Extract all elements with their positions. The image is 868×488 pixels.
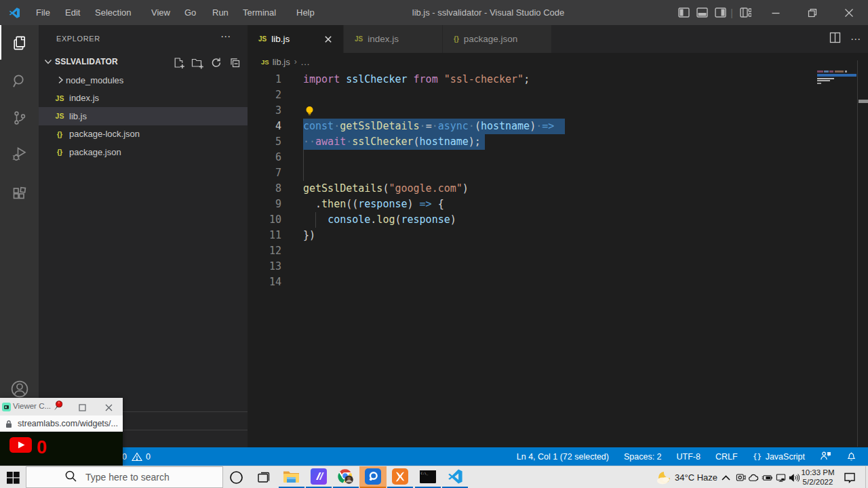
file-explorer-icon [283,469,300,486]
close-tab-icon[interactable] [321,33,335,46]
tab-label: index.js [368,34,399,44]
show-desktop-strip[interactable] [865,466,866,488]
chevron-down-icon [43,57,53,69]
task-view-button[interactable] [251,466,278,488]
toggle-primary-sidebar-icon[interactable] [674,0,693,25]
explorer-more-actions-icon[interactable]: ⋯ [220,30,231,43]
tab-lib.js[interactable]: JSlib.js [248,25,344,53]
activity-extensions-icon[interactable] [0,178,39,211]
code-token: from [414,73,438,85]
overlay-addressbar[interactable]: streamlabs.com/widgets/... [0,415,123,432]
menu-edit[interactable]: Edit [65,0,80,25]
file-index.js[interactable]: JSindex.js [39,89,248,108]
status-feedback[interactable] [812,451,839,463]
weather-text[interactable]: 34°C Haze [675,466,717,488]
meet-now-icon[interactable] [734,466,747,488]
editor-more-actions-icon[interactable]: ⋯ [850,33,861,45]
collapse-folders-icon[interactable] [229,57,240,68]
activity-search-icon[interactable] [0,64,39,98]
chevron-right-icon [55,75,66,85]
action-center-icon[interactable] [842,466,857,488]
code-token: · [536,120,542,132]
taskbar-chrome[interactable] [332,466,359,488]
breadcrumb-file[interactable]: lib.js [273,57,290,67]
window-title: lib.js - sslvalidator - Visual Studio Co… [298,0,678,25]
file-label: package-lock.json [69,129,140,139]
minimap-segment [824,70,829,73]
network-icon[interactable] [774,466,787,488]
breadcrumb-more[interactable]: ... [301,57,311,67]
overlay-close-icon[interactable] [105,402,113,414]
menu-view[interactable]: View [151,0,170,25]
taskbar-xampp[interactable] [387,466,414,488]
line-number: 5 [248,134,281,150]
taskbar-vscode[interactable] [441,466,469,488]
activity-source-control-icon[interactable] [0,101,39,135]
taskbar-file-explorer[interactable] [278,466,305,488]
new-file-icon[interactable] [173,57,184,68]
search-icon [64,470,77,485]
viewer-count-window[interactable]: Viewer C... streamlabs.com/widgets/... 0 [0,398,123,466]
taskbar-search[interactable]: Type here to search [26,466,223,488]
status-crlf[interactable]: CRLF [708,452,745,462]
toggle-secondary-sidebar-icon[interactable] [711,0,730,25]
tray-chevron-up-icon[interactable] [720,466,732,488]
line-number: 9 [248,197,281,212]
tab-index.js[interactable]: JSindex.js [344,25,443,53]
minimize-button[interactable] [762,0,789,25]
minimap-line [817,74,856,77]
menu-file[interactable]: File [36,0,50,25]
lightbulb-icon[interactable] [304,105,315,119]
taskbar-streamlabs[interactable] [359,466,387,488]
pushpin-icon[interactable] [50,399,65,415]
file-package.json[interactable]: {}package.json [39,143,248,161]
refresh-explorer-icon[interactable] [211,57,222,68]
new-folder-icon[interactable] [191,57,202,68]
taskbar-command-prompt[interactable]: C:\_ [414,466,441,488]
code-token [414,198,420,210]
taskbar-movavi[interactable] [305,466,332,488]
status-ln-4-col-1-72-selected[interactable]: Ln 4, Col 1 (72 selected) [509,452,616,462]
cortana-button[interactable] [222,466,250,488]
file-node_modules[interactable]: node_modules [39,71,248,89]
battery-icon[interactable] [760,466,774,488]
code-token: ) [462,182,469,195]
overlay-url[interactable]: streamlabs.com/widgets/... [18,419,118,428]
code-token: ( [395,214,401,226]
js-file-icon: JS [355,35,363,43]
activity-run-and-debug-icon[interactable] [0,137,39,171]
close-button[interactable] [835,0,863,25]
breadcrumb[interactable]: JS lib.js › ... [261,53,310,70]
file-lib.js[interactable]: JSlib.js [39,107,248,125]
code-token: getSslDetails [340,120,419,132]
toggle-panel-icon[interactable] [692,0,711,25]
feedback-icon [820,451,831,463]
status-javascript[interactable]: {}JavaScript [745,451,812,462]
code-token: }) [303,229,315,241]
menu-selection[interactable]: Selection [95,0,131,25]
onedrive-icon[interactable] [747,466,760,488]
tab-package.json[interactable]: {}package.json [443,25,552,53]
start-button[interactable] [0,466,26,488]
menu-terminal[interactable]: Terminal [243,0,276,25]
status-spaces-2[interactable]: Spaces: 2 [616,452,669,462]
code-token: ); [469,136,481,148]
folder-section-header[interactable]: SSLVALIDATOR [39,54,248,70]
status-utf-8[interactable]: UTF-8 [669,452,708,462]
menu-run[interactable]: Run [212,0,229,25]
file-label: package.json [69,147,121,157]
weather-icon[interactable] [655,466,674,488]
overlay-maximize-icon[interactable] [79,402,86,414]
overlay-window-title: Viewer C... [13,402,51,410]
file-package-lock.json[interactable]: {}package-lock.json [39,125,248,144]
customize-layout-icon[interactable] [736,0,755,25]
volume-icon[interactable] [787,466,801,488]
overlay-titlebar[interactable]: Viewer C... [0,398,123,415]
tray-clock[interactable]: 10:33 PM 5/2/2022 [800,466,835,488]
line-number: 8 [248,181,281,197]
menu-go[interactable]: Go [184,0,196,25]
activity-explorer-icon[interactable] [0,26,39,60]
status-bell[interactable] [839,451,864,463]
restore-button[interactable] [799,0,826,25]
split-editor-icon[interactable] [829,32,841,46]
